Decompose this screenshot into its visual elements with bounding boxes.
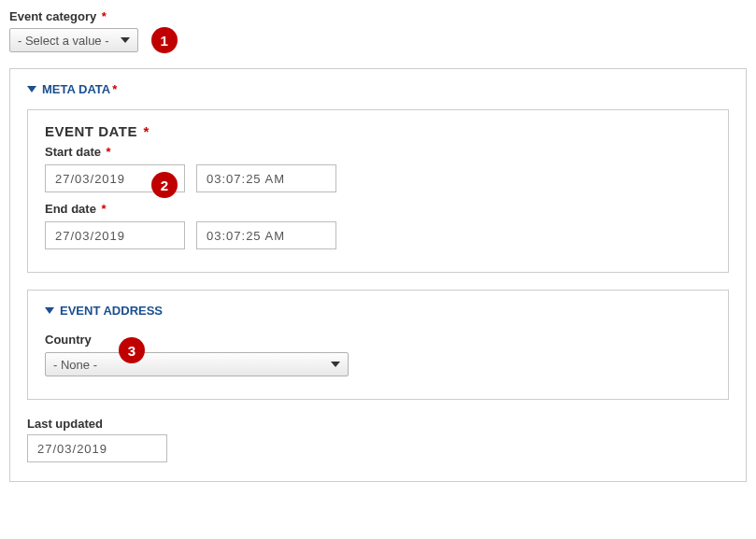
annotation-marker-1: 1 — [151, 27, 178, 53]
end-time-input[interactable] — [196, 221, 336, 249]
event-date-legend-text: EVENT DATE — [45, 123, 137, 139]
last-updated-input[interactable] — [27, 434, 167, 462]
start-date-label: Start date * — [45, 145, 711, 159]
meta-data-header[interactable]: META DATA * — [27, 82, 729, 96]
event-category-label: Event category * — [9, 9, 747, 23]
event-address-title: EVENT ADDRESS — [60, 304, 163, 318]
end-date-input[interactable] — [45, 221, 185, 249]
chevron-down-icon — [121, 37, 130, 43]
event-category-value: - Select a value - — [18, 34, 109, 48]
collapse-triangle-icon — [45, 307, 54, 314]
last-updated-field: Last updated — [27, 417, 729, 462]
meta-data-panel: META DATA * EVENT DATE * Start date * 2 … — [9, 68, 747, 482]
end-date-label-text: End date — [45, 202, 96, 216]
country-select[interactable]: - None - — [45, 352, 349, 376]
required-star-icon: * — [102, 9, 107, 23]
start-date-label-text: Start date — [45, 145, 101, 159]
event-address-panel: EVENT ADDRESS Country - None - 3 — [27, 290, 729, 400]
start-time-input[interactable] — [196, 164, 336, 192]
collapse-triangle-icon — [27, 86, 36, 92]
event-address-header[interactable]: EVENT ADDRESS — [45, 304, 711, 318]
required-star-icon: * — [112, 82, 117, 96]
event-category-label-text: Event category — [9, 9, 96, 23]
required-star-icon: * — [102, 202, 107, 216]
event-category-field: Event category * - Select a value - 1 — [9, 9, 747, 53]
annotation-marker-2: 2 — [151, 172, 178, 198]
country-label: Country — [45, 333, 711, 347]
required-star-icon: * — [107, 145, 111, 159]
event-category-select[interactable]: - Select a value - — [9, 28, 138, 52]
event-date-legend: EVENT DATE * — [45, 123, 711, 139]
end-date-label: End date * — [45, 202, 711, 216]
meta-data-title: META DATA — [42, 82, 110, 96]
last-updated-label: Last updated — [27, 417, 729, 431]
required-star-icon: * — [144, 123, 150, 139]
annotation-marker-3: 3 — [119, 337, 145, 363]
event-date-panel: EVENT DATE * Start date * 2 End date * — [27, 109, 729, 273]
country-value: - None - — [53, 358, 97, 372]
chevron-down-icon — [331, 362, 340, 367]
